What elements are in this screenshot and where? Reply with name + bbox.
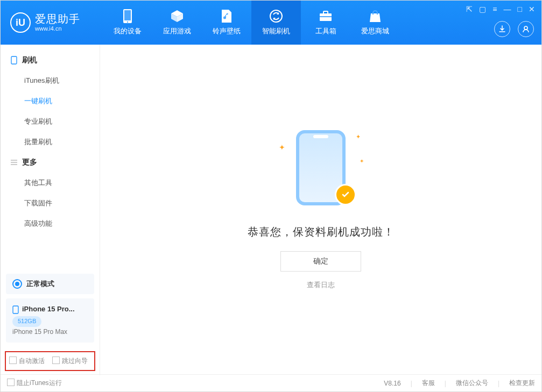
- brand-block: 爱思助手 www.i4.cn: [35, 13, 80, 32]
- nav-ringtones[interactable]: 铃声壁纸: [202, 1, 251, 45]
- device-block: 正常模式 iPhone 15 Pro... 512GB iPhone 15 Pr…: [1, 268, 100, 348]
- cube-icon: [170, 9, 184, 23]
- status-bar: 阻止iTunes运行 V8.16 | 客服 | 微信公众号 | 检查更新: [1, 374, 541, 391]
- option-label: 阻止iTunes运行: [17, 379, 62, 387]
- nav-apps-games[interactable]: 应用游戏: [152, 1, 202, 45]
- window-minimize-icon[interactable]: —: [504, 5, 511, 13]
- check-badge-icon: [335, 184, 356, 205]
- sidebar-item-onekey-flash[interactable]: 一键刷机: [1, 91, 100, 111]
- group-label: 刷机: [22, 55, 37, 65]
- brand-url: www.i4.cn: [35, 25, 80, 32]
- sidebar-item-pro-flash[interactable]: 专业刷机: [1, 111, 100, 132]
- top-nav: 我的设备 应用游戏 铃声壁纸 智能刷机 工具箱 爱思商城: [103, 1, 400, 45]
- nav-smart-flash[interactable]: 智能刷机: [251, 1, 301, 45]
- window-maximize-icon[interactable]: □: [518, 5, 522, 13]
- device-name: iPhone 15 Pro...: [22, 304, 75, 315]
- footer-right: V8.16 | 客服 | 微信公众号 | 检查更新: [384, 379, 535, 388]
- svg-point-7: [524, 26, 527, 30]
- separator: |: [411, 380, 412, 387]
- account-button[interactable]: [518, 21, 534, 37]
- phone-small-icon: [12, 305, 19, 314]
- device-mode-label: 正常模式: [26, 279, 54, 289]
- svg-rect-8: [11, 56, 17, 64]
- block-itunes-option[interactable]: 阻止iTunes运行: [7, 379, 62, 388]
- sidebar-item-download-firmware[interactable]: 下载固件: [1, 193, 100, 213]
- sidebar-group-flash[interactable]: 刷机: [1, 50, 100, 70]
- music-file-icon: [220, 9, 234, 23]
- svg-rect-6: [320, 16, 332, 17]
- header-right-buttons: [494, 21, 534, 37]
- sparkle-icon: ✦: [356, 133, 361, 140]
- nav-label: 智能刷机: [262, 26, 290, 36]
- checkbox-icon: [7, 379, 15, 386]
- footer-left: 阻止iTunes运行: [7, 379, 62, 388]
- device-mode-card[interactable]: 正常模式: [6, 274, 94, 294]
- nav-my-device[interactable]: 我的设备: [103, 1, 152, 45]
- device-info-card[interactable]: iPhone 15 Pro... 512GB iPhone 15 Pro Max: [6, 298, 94, 343]
- view-log-link[interactable]: 查看日志: [307, 280, 335, 290]
- separator: |: [498, 380, 499, 387]
- sparkle-icon: ✦: [279, 143, 285, 152]
- success-illustration: ✦ ✦ ✦: [278, 130, 364, 211]
- nav-toolbox[interactable]: 工具箱: [301, 1, 350, 45]
- brand-name: 爱思助手: [35, 13, 80, 25]
- main-content: ✦ ✦ ✦ 恭喜您，保资料刷机成功啦！ 确定 查看日志: [100, 45, 541, 375]
- window-close-icon[interactable]: ✕: [529, 5, 535, 13]
- wechat-link[interactable]: 微信公众号: [456, 379, 488, 388]
- app-body: 刷机 iTunes刷机 一键刷机 专业刷机 批量刷机 更多 其他工具 下载固件 …: [1, 45, 541, 375]
- sidebar-item-other-tools[interactable]: 其他工具: [1, 173, 100, 193]
- phone-outline-icon: [10, 56, 18, 64]
- power-icon: [12, 279, 22, 289]
- download-button[interactable]: [494, 21, 510, 37]
- skip-wizard-option[interactable]: 跳过向导: [52, 357, 88, 366]
- check-update-link[interactable]: 检查更新: [509, 379, 535, 388]
- toolbox-icon: [319, 9, 333, 23]
- version-label: V8.16: [384, 380, 400, 387]
- success-message: 恭喜您，保资料刷机成功啦！: [248, 225, 395, 239]
- nav-label: 爱思商城: [361, 26, 389, 36]
- device-name-row: iPhone 15 Pro...: [12, 304, 88, 315]
- sparkle-icon: ✦: [360, 158, 364, 164]
- nav-label: 铃声壁纸: [213, 26, 241, 36]
- logo-icon: iU: [10, 12, 31, 33]
- ok-button[interactable]: 确定: [280, 251, 361, 272]
- checkbox-icon: [9, 357, 17, 364]
- checkbox-icon: [52, 357, 60, 364]
- download-icon: [498, 25, 506, 33]
- option-label: 自动激活: [19, 357, 45, 365]
- device-capacity-badge: 512GB: [12, 316, 41, 327]
- svg-rect-5: [323, 11, 328, 14]
- user-icon: [522, 25, 530, 33]
- separator: |: [445, 380, 446, 387]
- window-controls: ⇱ ▢ ≡ — □ ✕: [466, 5, 535, 13]
- sidebar-item-batch-flash[interactable]: 批量刷机: [1, 132, 100, 152]
- shopping-bag-icon: [368, 9, 382, 23]
- phone-icon: [121, 9, 135, 23]
- option-label: 跳过向导: [62, 357, 88, 365]
- sidebar-item-advanced[interactable]: 高级功能: [1, 213, 100, 234]
- svg-rect-9: [13, 306, 18, 313]
- svg-rect-1: [124, 10, 131, 20]
- nav-store[interactable]: 爱思商城: [350, 1, 400, 45]
- nav-label: 应用游戏: [163, 26, 191, 36]
- svg-point-2: [127, 22, 128, 23]
- nav-label: 工具箱: [315, 26, 336, 36]
- auto-activate-option[interactable]: 自动激活: [9, 357, 45, 366]
- group-label: 更多: [22, 158, 37, 167]
- svg-point-3: [270, 10, 282, 22]
- menu-lines-icon: [10, 159, 18, 166]
- window-menu-icon[interactable]: ≡: [492, 5, 497, 13]
- sidebar-item-itunes-flash[interactable]: iTunes刷机: [1, 70, 100, 91]
- sidebar-scroll: 刷机 iTunes刷机 一键刷机 专业刷机 批量刷机 更多 其他工具 下载固件 …: [1, 45, 100, 268]
- logo-area: iU 爱思助手 www.i4.cn: [1, 1, 103, 45]
- nav-label: 我的设备: [114, 26, 142, 36]
- sidebar-group-more[interactable]: 更多: [1, 152, 100, 173]
- sidebar: 刷机 iTunes刷机 一键刷机 专业刷机 批量刷机 更多 其他工具 下载固件 …: [1, 45, 100, 375]
- support-link[interactable]: 客服: [422, 379, 435, 388]
- highlighted-options-box: 自动激活 跳过向导: [5, 351, 95, 371]
- device-model: iPhone 15 Pro Max: [12, 327, 88, 337]
- refresh-shield-icon: [269, 9, 283, 23]
- app-header: iU 爱思助手 www.i4.cn 我的设备 应用游戏 铃声壁纸 智能刷机 工具…: [1, 1, 541, 45]
- window-app2-icon[interactable]: ▢: [479, 5, 486, 13]
- window-app1-icon[interactable]: ⇱: [466, 5, 473, 13]
